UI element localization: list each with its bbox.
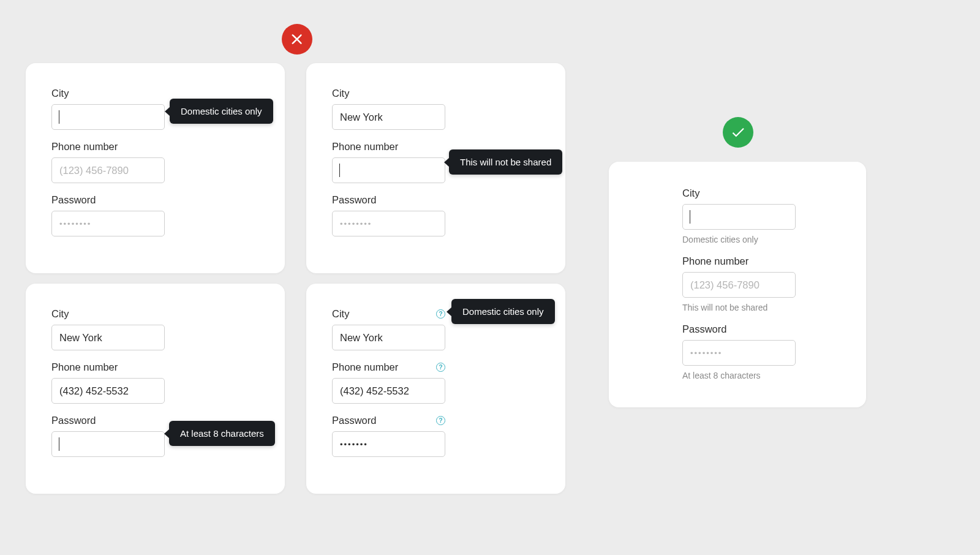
help-icon[interactable]: ? bbox=[436, 416, 445, 425]
bad-card-3: City Phone number Password At least 8 ch… bbox=[26, 284, 285, 494]
tooltip-city-hint: Domestic cities only bbox=[451, 299, 555, 324]
good-card: City Domestic cities only Phone number T… bbox=[609, 162, 866, 407]
city-field[interactable] bbox=[332, 325, 445, 350]
tooltip-city-hint: Domestic cities only bbox=[170, 99, 273, 124]
label-city: City bbox=[682, 187, 699, 199]
tooltip-password-hint: At least 8 characters bbox=[169, 421, 275, 446]
label-phone: Phone number bbox=[332, 141, 398, 153]
password-field[interactable] bbox=[682, 340, 796, 366]
label-password: Password bbox=[51, 415, 96, 426]
help-icon[interactable]: ? bbox=[436, 309, 445, 319]
hint-city: Domestic cities only bbox=[682, 235, 793, 244]
bad-card-2: City Phone number Password This will not… bbox=[306, 63, 565, 273]
label-password: Password bbox=[682, 323, 726, 335]
text-caret bbox=[690, 210, 690, 224]
bad-card-4: City ? Phone number ? Password ? Domesti… bbox=[306, 284, 565, 494]
city-field[interactable] bbox=[51, 325, 165, 350]
password-field[interactable] bbox=[51, 431, 165, 457]
label-city: City bbox=[332, 308, 349, 320]
text-caret bbox=[59, 110, 59, 124]
text-caret bbox=[59, 437, 59, 451]
label-phone: Phone number bbox=[51, 141, 118, 153]
city-field[interactable] bbox=[51, 104, 165, 130]
phone-field[interactable] bbox=[332, 157, 445, 183]
password-field[interactable] bbox=[51, 211, 165, 236]
label-phone: Phone number bbox=[51, 361, 118, 373]
phone-field[interactable] bbox=[332, 378, 445, 404]
text-caret bbox=[339, 164, 340, 177]
city-field[interactable] bbox=[332, 104, 445, 130]
label-phone: Phone number bbox=[332, 361, 398, 373]
check-icon bbox=[723, 117, 753, 148]
phone-field[interactable] bbox=[51, 157, 165, 183]
hint-password: At least 8 characters bbox=[682, 371, 793, 380]
tooltip-phone-hint: This will not be shared bbox=[449, 149, 562, 175]
password-field[interactable] bbox=[332, 431, 445, 457]
help-icon[interactable]: ? bbox=[436, 363, 445, 372]
bad-card-1: City Phone number Password Domestic citi… bbox=[26, 63, 285, 273]
label-city: City bbox=[51, 88, 69, 99]
label-phone: Phone number bbox=[682, 255, 748, 267]
password-field[interactable] bbox=[332, 211, 445, 236]
label-city: City bbox=[332, 88, 349, 99]
phone-field[interactable] bbox=[51, 378, 165, 404]
phone-field[interactable] bbox=[682, 272, 796, 298]
label-password: Password bbox=[332, 415, 376, 426]
hint-phone: This will not be shared bbox=[682, 303, 793, 312]
x-icon bbox=[282, 24, 312, 55]
label-password: Password bbox=[332, 194, 376, 206]
label-password: Password bbox=[51, 194, 96, 206]
city-field[interactable] bbox=[682, 204, 796, 230]
label-city: City bbox=[51, 308, 69, 320]
